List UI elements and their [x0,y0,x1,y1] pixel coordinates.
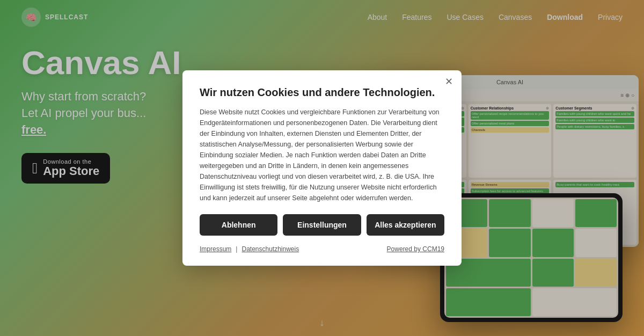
modal-footer-left: Impressum | Datenschutzhinweis [200,245,299,253]
accept-button[interactable]: Alles akzeptieren [367,214,444,236]
modal-footer-right: Powered by CCM19 [387,245,444,253]
modal-title: Wir nutzen Cookies und andere Technologi… [200,85,444,99]
modal-buttons: Ablehnen Einstellungen Alles akzeptieren [200,214,444,236]
modal-overlay: ✕ Wir nutzen Cookies und andere Technolo… [0,0,644,336]
reject-button[interactable]: Ablehnen [200,214,277,236]
modal-footer: Impressum | Datenschutzhinweis Powered b… [200,245,444,253]
datenschutz-link[interactable]: Datenschutzhinweis [241,245,299,253]
settings-button[interactable]: Einstellungen [283,214,361,236]
footer-separator: | [236,245,237,253]
modal-close-button[interactable]: ✕ [445,77,453,86]
cookie-modal: ✕ Wir nutzen Cookies und andere Technolo… [182,70,462,266]
powered-by-link[interactable]: Powered by CCM19 [387,245,444,253]
modal-body: Diese Website nutzt Cookies und vergleic… [200,107,444,203]
impressum-link[interactable]: Impressum [200,245,231,253]
